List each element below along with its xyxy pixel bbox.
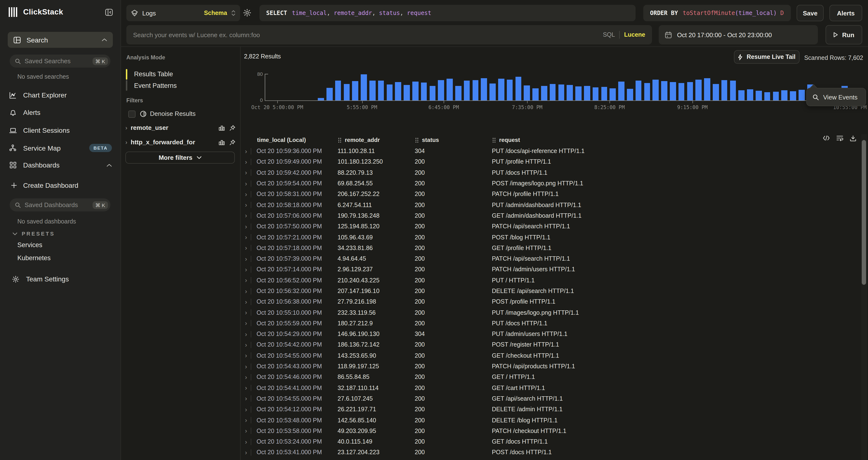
chart-bar[interactable] — [584, 86, 590, 100]
row-expand-icon[interactable]: › — [245, 428, 251, 434]
chart-bar[interactable] — [695, 80, 702, 100]
row-expand-icon[interactable]: › — [245, 396, 251, 402]
row-expand-icon[interactable]: › — [245, 245, 251, 251]
chart-bar[interactable] — [481, 78, 487, 100]
table-row[interactable]: ›Oct 20 10:58:31.000 PM206.167.252.22200… — [240, 189, 862, 200]
row-expand-icon[interactable]: › — [245, 406, 251, 413]
table-row[interactable]: ›Oct 20 10:57:21.000 PM105.96.43.69200PO… — [240, 232, 862, 243]
chart-bar[interactable] — [515, 77, 521, 100]
chart-bar[interactable] — [344, 84, 350, 100]
chart-bar[interactable] — [455, 86, 461, 100]
table-row[interactable]: ›Oct 20 10:59:36.000 PM111.100.28.11304P… — [240, 146, 862, 156]
sidebar-item-service-map[interactable]: Service Map BETA — [9, 144, 112, 152]
table-row[interactable]: ›Oct 20 10:59:49.000 PM101.180.123.25020… — [240, 156, 862, 168]
preset-item-kubernetes[interactable]: Kubernetes — [18, 254, 51, 262]
table-row[interactable]: ›Oct 20 10:53:41.000 PM23.127.204.223200… — [240, 447, 862, 458]
create-dashboard-button[interactable]: Create Dashboard — [10, 181, 114, 189]
table-row[interactable]: ›Oct 20 10:55:59.000 PM180.27.212.9200PU… — [240, 318, 862, 329]
row-expand-icon[interactable]: › — [245, 374, 251, 380]
scrollbar-thumb[interactable] — [862, 140, 866, 285]
chart-bar[interactable] — [533, 88, 539, 100]
chart-bar[interactable] — [713, 84, 719, 100]
table-row[interactable]: ›Oct 20 10:53:48.000 PM142.56.85.140200D… — [240, 415, 862, 426]
drag-handle-icon[interactable] — [338, 137, 341, 143]
chart-bar[interactable] — [747, 89, 753, 100]
row-expand-icon[interactable]: › — [245, 169, 251, 176]
chart-bar[interactable] — [593, 87, 599, 100]
chart-bar[interactable] — [429, 86, 435, 100]
chart-bar[interactable] — [369, 80, 375, 100]
chart-bar[interactable] — [421, 83, 427, 100]
row-expand-icon[interactable]: › — [245, 342, 251, 348]
row-expand-icon[interactable]: › — [245, 180, 251, 186]
table-row[interactable]: ›Oct 20 10:57:50.000 PM125.194.85.120200… — [240, 221, 862, 232]
table-row[interactable]: ›Oct 20 10:54:55.000 PM27.6.107.245200GE… — [240, 393, 862, 404]
table-row[interactable]: ›Oct 20 10:57:18.000 PM34.233.81.86200GE… — [240, 242, 862, 253]
chart-bar[interactable] — [327, 88, 333, 100]
search-input[interactable]: Search your events w/ Lucene ex. column:… — [126, 25, 652, 45]
sql-mode-toggle[interactable]: SQL — [603, 31, 615, 38]
chart-mini-icon[interactable] — [218, 139, 225, 145]
chart-bar[interactable] — [576, 86, 582, 100]
pin-icon[interactable] — [229, 125, 235, 131]
source-selector[interactable]: Logs Schema — [126, 5, 240, 21]
presets-section-header[interactable]: PRESETS — [12, 231, 55, 236]
chart-bar[interactable] — [335, 80, 341, 100]
alerts-button[interactable]: Alerts — [830, 5, 862, 21]
chart-bar[interactable] — [721, 80, 727, 100]
row-expand-icon[interactable]: › — [245, 148, 251, 154]
filter-field-http-x-forwarded-for[interactable]: › http_x_forwarded_for — [125, 139, 235, 146]
row-expand-icon[interactable]: › — [245, 385, 251, 391]
chart-bar[interactable] — [687, 82, 693, 100]
denoise-checkbox[interactable] — [128, 111, 135, 118]
chart-bar[interactable] — [653, 79, 659, 100]
table-row[interactable]: ›Oct 20 10:54:42.000 PM186.136.72.142200… — [240, 340, 862, 350]
saved-searches-input[interactable]: Saved Searches ⌘ K — [10, 55, 111, 67]
chart-bar[interactable] — [618, 82, 624, 100]
row-expand-icon[interactable]: › — [245, 266, 251, 273]
preset-item-services[interactable]: Services — [18, 241, 42, 249]
sidebar-item-alerts[interactable]: Alerts — [9, 109, 112, 116]
daterange-picker[interactable]: Oct 20 17:00:00 - Oct 20 23:00:00 — [659, 25, 818, 45]
table-row[interactable]: ›Oct 20 10:57:14.000 PM2.96.129.237200PA… — [240, 264, 862, 275]
row-expand-icon[interactable]: › — [245, 212, 251, 219]
chart-bar[interactable] — [704, 78, 710, 100]
chart-bar[interactable] — [490, 84, 496, 100]
sidebar-collapse-icon[interactable] — [105, 9, 113, 16]
chart-bar[interactable] — [318, 98, 324, 100]
chart-bar[interactable] — [567, 85, 573, 100]
chart-bar[interactable] — [378, 81, 384, 100]
table-row[interactable]: ›Oct 20 10:54:55.000 PM143.253.65.90200G… — [240, 350, 862, 361]
table-row[interactable]: ›Oct 20 10:54:41.000 PM32.187.110.114200… — [240, 382, 862, 393]
chart-bar[interactable] — [412, 82, 418, 100]
table-row[interactable]: ›Oct 20 10:57:39.000 PM4.94.64.45200PATC… — [240, 253, 862, 264]
chart-bar[interactable] — [627, 89, 633, 100]
download-icon[interactable] — [850, 135, 857, 141]
table-row[interactable]: ›Oct 20 10:59:54.000 PM69.68.254.55200PO… — [240, 178, 862, 189]
table-row[interactable]: ›Oct 20 10:56:38.000 PM27.79.216.198200P… — [240, 296, 862, 307]
row-expand-icon[interactable]: › — [245, 438, 251, 445]
chart-bar[interactable] — [644, 83, 650, 100]
source-settings-gear-icon[interactable] — [243, 9, 251, 17]
chart-bar[interactable] — [790, 91, 796, 100]
sidebar-item-chart-explorer[interactable]: Chart Explorer — [9, 91, 112, 99]
table-row[interactable]: ›Oct 20 10:53:58.000 PM49.203.209.95200P… — [240, 426, 862, 436]
run-button[interactable]: Run — [826, 25, 862, 45]
chart-bar[interactable] — [395, 82, 401, 100]
chart-bar[interactable] — [386, 84, 393, 100]
chart-bar[interactable] — [601, 87, 607, 100]
chart-bar[interactable] — [799, 90, 805, 100]
chart-bar[interactable] — [404, 85, 410, 100]
app-logo[interactable]: ClickStack — [9, 7, 63, 18]
chart-bar[interactable] — [438, 80, 444, 100]
pin-icon[interactable] — [229, 139, 235, 145]
more-filters-button[interactable]: More filters — [125, 151, 235, 164]
chart-bar[interactable] — [498, 79, 504, 100]
row-expand-icon[interactable]: › — [245, 288, 251, 294]
chart-bar[interactable] — [541, 86, 547, 100]
chart-bar[interactable] — [610, 88, 616, 100]
denoise-results-option[interactable]: Denoise Results — [140, 110, 195, 117]
sidebar-item-search[interactable]: Search — [8, 32, 113, 48]
chart-bar[interactable] — [773, 92, 779, 100]
chart-bar[interactable] — [661, 81, 668, 100]
